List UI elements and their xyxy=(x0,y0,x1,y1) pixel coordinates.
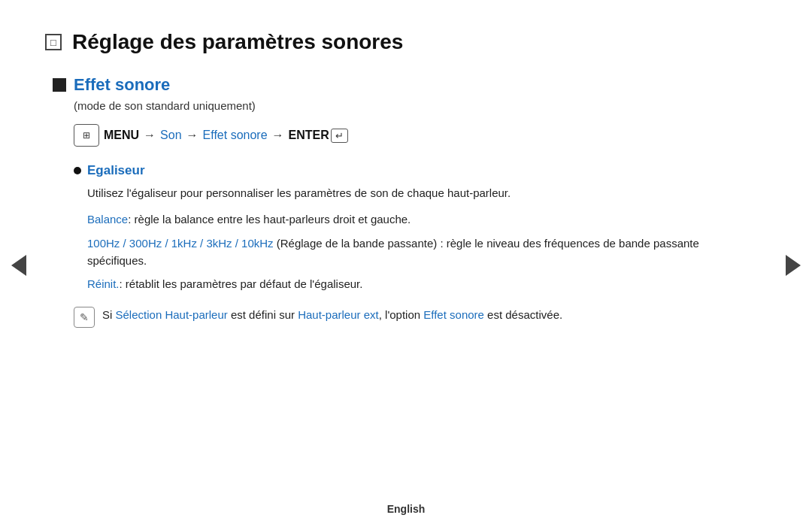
note-row: ✎ Si Sélection Haut-parleur est défini s… xyxy=(74,306,728,328)
note-text-part2: est défini sur xyxy=(228,308,298,321)
page-container: □ Réglage des paramètres sonores Effet s… xyxy=(0,0,812,530)
menu-arrow-1: → xyxy=(144,129,156,142)
note-link2: Haut-parleur ext xyxy=(298,308,379,321)
pencil-icon: ✎ xyxy=(80,311,89,323)
note-text-part3: , l'option xyxy=(379,308,424,321)
reinit-text: : rétablit les paramètres par défaut de … xyxy=(120,277,363,290)
reinit-label: Réinit. xyxy=(87,277,120,290)
section: Effet sonore (mode de son standard uniqu… xyxy=(53,75,752,328)
menu-arrow-3: → xyxy=(272,129,284,142)
enter-label: ENTER xyxy=(289,129,329,142)
right-arrow-icon xyxy=(786,255,801,276)
egaliseur-description: Utilisez l'égaliseur pour personnaliser … xyxy=(87,184,741,201)
section-title: Effet sonore xyxy=(74,75,170,95)
nav-arrow-left[interactable] xyxy=(8,254,30,277)
menu-icon-box: ⊞ xyxy=(74,124,99,147)
balance-item: Balance: règle la balance entre les haut… xyxy=(87,210,741,228)
menu-son-link: Son xyxy=(160,129,181,142)
section-subtitle: (mode de son standard uniquement) xyxy=(74,99,752,112)
menu-grid-icon: ⊞ xyxy=(83,130,90,141)
balance-separator: : xyxy=(128,213,134,226)
checkbox-icon: □ xyxy=(45,34,62,50)
section-square-icon xyxy=(53,78,66,92)
note-icon: ✎ xyxy=(74,307,95,328)
balance-text: règle la balance entre les haut-parleurs… xyxy=(135,213,411,226)
menu-arrow-2: → xyxy=(186,129,198,142)
bullet-section: Egaliseur Utilisez l'égaliseur pour pers… xyxy=(74,163,752,292)
frequencies-item: 100Hz / 300Hz / 1kHz / 3kHz / 10kHz (Rég… xyxy=(87,235,741,270)
note-text-part1: Si xyxy=(102,308,116,321)
frequencies-label: 100Hz / 300Hz / 1kHz / 3kHz / 10kHz xyxy=(87,237,274,250)
language-footer: English xyxy=(387,503,426,515)
menu-path-row: ⊞ MENU → Son → Effet sonore → ENTER ↵ xyxy=(74,124,752,147)
bullet-dot-icon xyxy=(74,167,81,174)
nav-arrow-right[interactable] xyxy=(782,254,804,277)
enter-icon: ↵ xyxy=(331,129,348,143)
reinit-item: Réinit.: rétablit les paramètres par déf… xyxy=(87,275,741,292)
enter-box: ENTER ↵ xyxy=(289,129,348,143)
left-arrow-icon xyxy=(11,255,26,276)
balance-label: Balance xyxy=(87,213,128,226)
note-link1: Sélection Haut-parleur xyxy=(116,308,228,321)
note-link3: Effet sonore xyxy=(423,308,484,321)
note-text: Si Sélection Haut-parleur est défini sur… xyxy=(102,306,562,323)
bullet-title: Egaliseur xyxy=(87,163,145,178)
bullet-title-row: Egaliseur xyxy=(74,163,752,178)
page-title-row: □ Réglage des paramètres sonores xyxy=(45,30,752,54)
page-title: Réglage des paramètres sonores xyxy=(72,30,403,54)
section-header-row: Effet sonore xyxy=(53,75,752,95)
note-text-part4: est désactivée. xyxy=(484,308,562,321)
menu-label: MENU xyxy=(104,129,139,142)
menu-effet-sonore-link: Effet sonore xyxy=(203,129,268,142)
